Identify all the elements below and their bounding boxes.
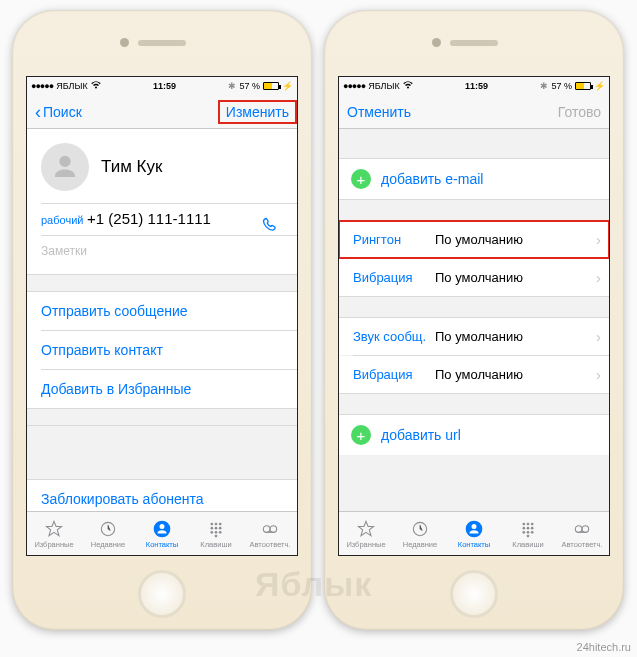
svg-point-26: [575, 525, 582, 532]
svg-point-11: [215, 534, 218, 537]
nav-bar: Отменить Готово: [339, 95, 609, 129]
chevron-right-icon: ›: [596, 269, 601, 286]
svg-point-10: [219, 531, 222, 534]
add-email-label: добавить e-mail: [381, 171, 483, 187]
chevron-right-icon: ›: [596, 366, 601, 383]
tab-contacts[interactable]: Контакты: [135, 512, 189, 555]
svg-point-16: [523, 522, 526, 525]
screen-right: ●●●●● ЯБЛЫК 11:59 ✱ 57 % ⚡ Отменить: [338, 76, 610, 556]
cancel-button[interactable]: Отменить: [347, 104, 411, 120]
person-icon: [152, 519, 172, 539]
phone-left: ●●●●● ЯБЛЫК 11:59 ✱ 57 % ⚡ ‹ Поиск: [12, 10, 312, 630]
nav-bar: ‹ Поиск Изменить: [27, 95, 297, 129]
tab-contacts[interactable]: Контакты: [447, 512, 501, 555]
phone-right: ●●●●● ЯБЛЫК 11:59 ✱ 57 % ⚡ Отменить: [324, 10, 624, 630]
clock-label: 11:59: [153, 81, 176, 91]
tab-bar: Избранные Недавние Контакты Клавиши Авто…: [339, 511, 609, 555]
credit-label: 24hitech.ru: [577, 641, 631, 653]
svg-point-3: [215, 522, 218, 525]
contact-detail: Тим Кук рабочий +1 (251) 111-1111 Заметк…: [27, 129, 297, 511]
star-icon: [44, 519, 64, 539]
cancel-label: Отменить: [347, 104, 411, 120]
voicemail-icon: [260, 519, 280, 539]
battery-icon: [263, 82, 279, 90]
ringtone-key: Рингтон: [353, 232, 435, 247]
charge-icon: ⚡: [594, 81, 605, 91]
front-camera: [120, 38, 129, 47]
phone-icon[interactable]: [261, 216, 281, 239]
tab-voicemail[interactable]: Автоответч.: [243, 512, 297, 555]
svg-point-4: [219, 522, 222, 525]
speaker: [138, 40, 186, 46]
clock-label: 11:59: [465, 81, 488, 91]
done-label: Готово: [558, 104, 601, 120]
voicemail-icon: [572, 519, 592, 539]
svg-point-24: [531, 531, 534, 534]
send-contact-button[interactable]: Отправить контакт: [27, 331, 297, 369]
bluetooth-icon: ✱: [228, 81, 236, 91]
carrier-label: ЯБЛЫК: [368, 81, 400, 91]
svg-point-8: [211, 531, 214, 534]
tab-voicemail[interactable]: Автоответч.: [555, 512, 609, 555]
tab-recents[interactable]: Недавние: [393, 512, 447, 555]
add-email-row[interactable]: + добавить e-mail: [339, 159, 609, 199]
screen-left: ●●●●● ЯБЛЫК 11:59 ✱ 57 % ⚡ ‹ Поиск: [26, 76, 298, 556]
back-button[interactable]: ‹ Поиск: [35, 103, 82, 121]
person-icon: [464, 519, 484, 539]
add-url-label: добавить url: [381, 427, 461, 443]
svg-point-7: [219, 526, 222, 529]
svg-point-13: [270, 525, 277, 532]
svg-point-20: [527, 526, 530, 529]
msg-vibration-key: Вибрация: [353, 367, 435, 382]
star-icon: [356, 519, 376, 539]
tab-favorites[interactable]: Избранные: [339, 512, 393, 555]
notes-field[interactable]: Заметки: [27, 236, 297, 274]
status-bar: ●●●●● ЯБЛЫК 11:59 ✱ 57 % ⚡: [339, 77, 609, 95]
back-label: Поиск: [43, 104, 82, 120]
tab-keypad[interactable]: Клавиши: [501, 512, 555, 555]
chevron-right-icon: ›: [596, 231, 601, 248]
ringtone-row[interactable]: Рингтон По умолчанию ›: [339, 221, 609, 258]
svg-point-19: [523, 526, 526, 529]
svg-point-21: [531, 526, 534, 529]
msg-sound-row[interactable]: Звук сообщ. По умолчанию ›: [339, 318, 609, 355]
plus-icon: +: [351, 169, 371, 189]
battery-icon: [575, 82, 591, 90]
svg-point-17: [527, 522, 530, 525]
ringtone-value: По умолчанию: [435, 232, 596, 247]
tab-bar: Избранные Недавние Контакты Клавиши Авто…: [27, 511, 297, 555]
clock-icon: [98, 519, 118, 539]
edit-contact: + добавить e-mail Рингтон По умолчанию ›…: [339, 129, 609, 511]
chevron-left-icon: ‹: [35, 103, 41, 121]
status-bar: ●●●●● ЯБЛЫК 11:59 ✱ 57 % ⚡: [27, 77, 297, 95]
home-button[interactable]: [450, 570, 498, 618]
speaker: [450, 40, 498, 46]
tab-recents[interactable]: Недавние: [81, 512, 135, 555]
tab-favorites[interactable]: Избранные: [27, 512, 81, 555]
phone-number: +1 (251) 111-1111: [87, 210, 211, 227]
add-url-row[interactable]: + добавить url: [339, 415, 609, 455]
bluetooth-icon: ✱: [540, 81, 548, 91]
phone-type-label: рабочий: [41, 214, 83, 226]
home-button[interactable]: [138, 570, 186, 618]
phone-row[interactable]: рабочий +1 (251) 111-1111: [27, 204, 297, 235]
msg-sound-key: Звук сообщ.: [353, 329, 435, 344]
svg-point-27: [582, 525, 589, 532]
svg-point-22: [523, 531, 526, 534]
chevron-right-icon: ›: [596, 328, 601, 345]
send-message-button[interactable]: Отправить сообщение: [27, 292, 297, 330]
svg-point-2: [211, 522, 214, 525]
msg-sound-value: По умолчанию: [435, 329, 596, 344]
svg-point-25: [527, 534, 530, 537]
edit-button[interactable]: Изменить: [226, 104, 289, 120]
wifi-icon: [91, 81, 101, 91]
svg-point-6: [215, 526, 218, 529]
add-favorite-button[interactable]: Добавить в Избранные: [27, 370, 297, 408]
done-button[interactable]: Готово: [558, 104, 601, 120]
block-contact-button[interactable]: Заблокировать абонента: [27, 480, 297, 511]
tab-keypad[interactable]: Клавиши: [189, 512, 243, 555]
vibration-row[interactable]: Вибрация По умолчанию ›: [339, 259, 609, 296]
edit-label: Изменить: [220, 102, 295, 122]
avatar: [41, 143, 89, 191]
msg-vibration-row[interactable]: Вибрация По умолчанию ›: [339, 356, 609, 393]
